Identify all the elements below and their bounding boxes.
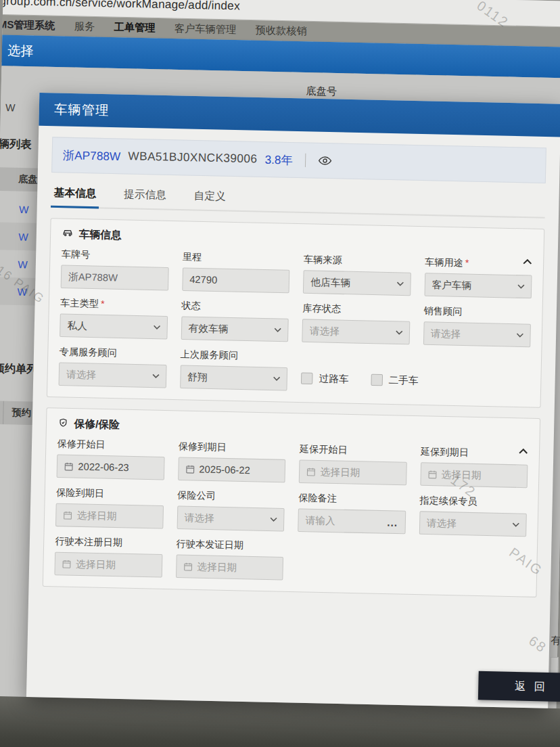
field-label: 保险到期日 xyxy=(56,486,104,500)
card-title: 车辆信息 xyxy=(79,227,122,243)
renewal-agent-select[interactable]: 请选择 xyxy=(419,511,527,537)
field-label: 库存状态 xyxy=(302,302,341,316)
chevron-down-icon xyxy=(273,376,280,381)
insurance-note-input[interactable]: 请输入 ... xyxy=(298,508,406,534)
field-insurance-end: 保险到期日 选择日期 xyxy=(55,486,164,528)
warranty-start-date-input[interactable]: 2022-06-23 xyxy=(57,455,165,480)
field-owner-type: 车主类型 * 私人 xyxy=(60,297,168,339)
calendar-icon xyxy=(185,464,194,473)
status-select[interactable]: 有效车辆 xyxy=(181,316,289,342)
chevron-down-icon xyxy=(512,522,519,527)
dedicated-advisor-select[interactable]: 请选择 xyxy=(59,363,167,388)
card-header: 车辆信息 xyxy=(62,227,533,252)
field-insurance-company: 保险公司 请选择 xyxy=(177,489,285,531)
field-label: 销售顾问 xyxy=(423,305,462,319)
header-cell-divider xyxy=(3,401,4,425)
right-panel-partial-label: 有 xyxy=(551,634,560,648)
tab-custom[interactable]: 自定义 xyxy=(192,185,227,210)
collapse-chevron-up-icon[interactable] xyxy=(523,255,533,268)
modal-body: 浙AP788W WBA51BJ0XNCK39006 3.8年 基本信息 提示信息… xyxy=(26,126,560,708)
more-button[interactable]: ... xyxy=(383,516,398,528)
appointment-list-title: 预约单列 xyxy=(0,361,38,377)
ext-warranty-start-date-input[interactable]: 选择日期 xyxy=(299,459,407,485)
field-label: 行驶本注册日期 xyxy=(55,535,122,549)
field-license-register-date: 行驶本注册日期 选择日期 xyxy=(54,535,162,577)
warranty-end-date-input[interactable]: 2025-06-22 xyxy=(178,457,286,482)
checkbox-group: 过路车 二手车 xyxy=(301,351,530,396)
vin-link[interactable]: W xyxy=(19,203,29,215)
checkbox-icon xyxy=(301,372,313,384)
divider xyxy=(305,154,306,167)
field-vehicle-usage: 车辆用途 * 客户车辆 xyxy=(424,256,532,298)
nav-item-prepay[interactable]: 预收款核销 xyxy=(255,24,307,38)
back-button[interactable]: 返回 xyxy=(478,671,560,702)
license-register-date-input[interactable]: 选择日期 xyxy=(54,552,162,578)
nav-item-work-order[interactable]: 工单管理 xyxy=(114,21,155,35)
warranty-insurance-card: 保修/保险 保修开始日 2022-06-23 保修到期日 xyxy=(43,407,540,597)
ext-warranty-end-date-input[interactable]: 选择日期 xyxy=(420,462,528,488)
modal-title: 车辆管理 xyxy=(54,101,110,120)
collapse-chevron-up-icon[interactable] xyxy=(518,445,528,457)
field-label: 保修开始日 xyxy=(57,438,105,451)
table-row: W xyxy=(0,250,39,278)
calendar-icon xyxy=(63,510,72,519)
field-label: 专属服务顾问 xyxy=(59,346,117,359)
field-label: 保修到期日 xyxy=(179,440,227,454)
field-plate: 车牌号 浙AP788W xyxy=(61,248,169,290)
tab-tips[interactable]: 提示信息 xyxy=(122,184,168,209)
checkbox-used-vehicle[interactable]: 二手车 xyxy=(371,374,419,388)
field-label: 状态 xyxy=(181,300,201,313)
calendar-icon xyxy=(64,461,73,470)
field-ext-warranty-end: 延保到期日 选择日期 xyxy=(420,446,528,488)
plate-number: 浙AP788W xyxy=(63,147,121,164)
chevron-down-icon xyxy=(517,284,525,289)
field-label: 车主类型 xyxy=(60,297,99,311)
nav-item-service[interactable]: 服务 xyxy=(74,20,95,33)
field-label: 车辆用途 xyxy=(425,256,463,270)
sales-advisor-select[interactable]: 请选择 xyxy=(423,321,531,347)
address-text: group.com.cn/service/workManage/add/inde… xyxy=(3,0,240,13)
chevron-down-icon xyxy=(395,330,402,335)
chevron-down-icon xyxy=(151,374,159,378)
field-insurance-note: 保险备注 请输入 ... xyxy=(298,492,406,534)
last-advisor-select[interactable]: 舒翔 xyxy=(180,365,288,390)
calendar-icon xyxy=(183,562,192,570)
mileage-input[interactable]: 42790 xyxy=(182,267,290,293)
tab-bar: 基本信息 提示信息 自定义 xyxy=(51,182,545,218)
vehicle-summary-bar: 浙AP788W WBA51BJ0XNCK39006 3.8年 xyxy=(51,137,546,183)
background-partial-text: W xyxy=(5,101,16,114)
nav-item-customer-vehicle[interactable]: 客户车辆管理 xyxy=(174,22,237,37)
select-dialog-title: 选择 xyxy=(7,41,34,60)
table-row: W xyxy=(0,277,38,306)
insurance-end-date-input[interactable]: 选择日期 xyxy=(55,503,164,529)
required-asterisk: * xyxy=(465,257,469,269)
checkbox-icon xyxy=(371,374,383,386)
vehicle-info-card: 车辆信息 车牌号 浙AP788W 里程 42790 xyxy=(47,218,544,408)
eye-icon[interactable] xyxy=(318,156,332,166)
calendar-icon xyxy=(62,560,71,568)
plate-input[interactable]: 浙AP788W xyxy=(61,265,169,290)
license-issue-date-input[interactable]: 选择日期 xyxy=(176,555,284,581)
checkbox-passing-vehicle[interactable]: 过路车 xyxy=(301,371,349,386)
field-stock-status: 库存状态 请选择 xyxy=(302,302,410,344)
field-label: 指定续保专员 xyxy=(419,495,477,508)
appointment-header-label: 预约 xyxy=(11,407,31,420)
vehicle-source-select[interactable]: 他店车辆 xyxy=(303,270,411,296)
field-ext-warranty-start: 延保开始日 选择日期 xyxy=(299,443,407,485)
tab-basic-info[interactable]: 基本信息 xyxy=(52,182,98,207)
vehicle-info-grid: 车牌号 浙AP788W 里程 42790 车辆来源 xyxy=(59,248,533,396)
stock-status-select[interactable]: 请选择 xyxy=(302,319,410,344)
field-label: 保险备注 xyxy=(298,492,337,505)
warranty-grid: 保修开始日 2022-06-23 保修到期日 2025-06-22 xyxy=(54,438,528,585)
vin-link[interactable]: W xyxy=(17,286,27,298)
vehicle-age: 3.8年 xyxy=(264,152,293,168)
vehicle-usage-select[interactable]: 客户车辆 xyxy=(424,273,532,298)
field-label: 延保到期日 xyxy=(421,446,469,459)
field-last-advisor: 上次服务顾问 舒翔 xyxy=(180,348,288,390)
owner-type-select[interactable]: 私人 xyxy=(60,314,168,340)
field-label: 里程 xyxy=(183,251,202,264)
insurance-company-select[interactable]: 请选择 xyxy=(177,505,285,531)
vin-link[interactable]: W xyxy=(18,258,28,270)
vin-link[interactable]: W xyxy=(18,231,28,243)
field-renewal-agent: 指定续保专员 请选择 xyxy=(419,495,527,537)
